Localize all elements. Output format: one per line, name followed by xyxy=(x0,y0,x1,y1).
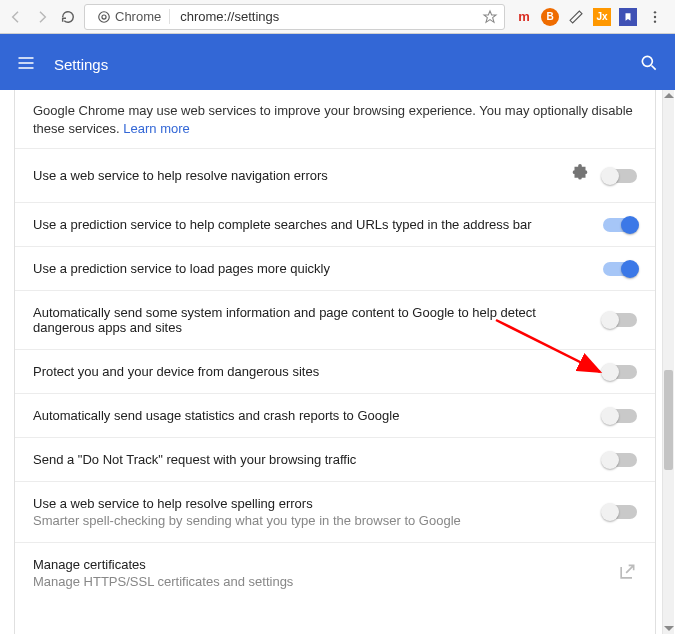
external-link-icon[interactable] xyxy=(617,562,637,585)
learn-more-link[interactable]: Learn more xyxy=(123,121,189,136)
ext-m-icon[interactable]: m xyxy=(515,8,533,26)
settings-panel: Google Chrome may use web services to im… xyxy=(14,90,656,634)
search-icon[interactable] xyxy=(639,53,659,76)
scroll-up-icon[interactable] xyxy=(664,93,674,98)
settings-header: Settings xyxy=(0,38,675,90)
site-chip[interactable]: Chrome xyxy=(89,9,170,24)
hamburger-icon[interactable] xyxy=(16,53,36,76)
setting-sublabel: Manage HTTPS/SSL certificates and settin… xyxy=(33,574,605,589)
setting-label: Use a prediction service to help complet… xyxy=(33,217,591,232)
svg-point-3 xyxy=(654,15,656,17)
menu-button[interactable] xyxy=(645,7,665,27)
svg-point-4 xyxy=(654,20,656,22)
setting-sublabel: Smarter spell-checking by sending what y… xyxy=(33,513,591,528)
toggle[interactable] xyxy=(603,218,637,232)
toggle[interactable] xyxy=(603,505,637,519)
setting-label: Protect you and your device from dangero… xyxy=(33,364,591,379)
reload-button[interactable] xyxy=(58,7,78,27)
setting-row-do-not-track[interactable]: Send a "Do Not Track" request with your … xyxy=(15,437,655,481)
scrollbar[interactable] xyxy=(662,90,674,634)
ext-b-icon[interactable]: B xyxy=(541,8,559,26)
extensions-tray: m B Jx xyxy=(511,7,669,27)
back-button[interactable] xyxy=(6,7,26,27)
scroll-down-icon[interactable] xyxy=(664,626,674,631)
toggle[interactable] xyxy=(603,409,637,423)
setting-label: Use a web service to help resolve spelli… xyxy=(33,496,591,511)
url-text[interactable]: chrome://settings xyxy=(174,9,476,24)
setting-row-prediction-pages[interactable]: Use a prediction service to load pages m… xyxy=(15,246,655,290)
setting-row-certificates[interactable]: Manage certificates Manage HTTPS/SSL cer… xyxy=(15,542,655,603)
scheme-label: Chrome xyxy=(115,9,161,24)
setting-row-prediction-search[interactable]: Use a prediction service to help complet… xyxy=(15,202,655,246)
ext-bookmark-icon[interactable] xyxy=(619,8,637,26)
svg-point-2 xyxy=(654,11,656,13)
ext-jx-icon[interactable]: Jx xyxy=(593,8,611,26)
setting-label: Manage certificates xyxy=(33,557,605,572)
svg-point-0 xyxy=(99,11,110,22)
svg-point-1 xyxy=(102,14,106,18)
scroll-thumb[interactable] xyxy=(664,370,673,470)
extension-indicator-icon xyxy=(569,163,591,188)
setting-row-spelling[interactable]: Use a web service to help resolve spelli… xyxy=(15,481,655,542)
setting-label: Use a web service to help resolve naviga… xyxy=(33,168,557,183)
setting-label: Automatically send some system informati… xyxy=(33,305,591,335)
forward-button[interactable] xyxy=(32,7,52,27)
toggle[interactable] xyxy=(603,262,637,276)
toggle[interactable] xyxy=(603,365,637,379)
browser-toolbar: Chrome chrome://settings m B Jx xyxy=(0,0,675,34)
privacy-intro: Google Chrome may use web services to im… xyxy=(15,90,655,148)
setting-label: Use a prediction service to load pages m… xyxy=(33,261,591,276)
setting-label: Send a "Do Not Track" request with your … xyxy=(33,452,591,467)
setting-row-nav-errors[interactable]: Use a web service to help resolve naviga… xyxy=(15,148,655,202)
page-title: Settings xyxy=(54,56,108,73)
ext-measure-icon[interactable] xyxy=(567,8,585,26)
toggle[interactable] xyxy=(603,313,637,327)
chrome-icon xyxy=(97,10,111,24)
svg-point-5 xyxy=(642,56,652,66)
star-icon[interactable] xyxy=(480,7,500,27)
toggle[interactable] xyxy=(603,453,637,467)
setting-label: Automatically send usage statistics and … xyxy=(33,408,591,423)
setting-row-usage-stats[interactable]: Automatically send usage statistics and … xyxy=(15,393,655,437)
toggle[interactable] xyxy=(603,169,637,183)
setting-row-safe-browsing[interactable]: Protect you and your device from dangero… xyxy=(15,349,655,393)
omnibox[interactable]: Chrome chrome://settings xyxy=(84,4,505,30)
setting-row-send-system-info[interactable]: Automatically send some system informati… xyxy=(15,290,655,349)
